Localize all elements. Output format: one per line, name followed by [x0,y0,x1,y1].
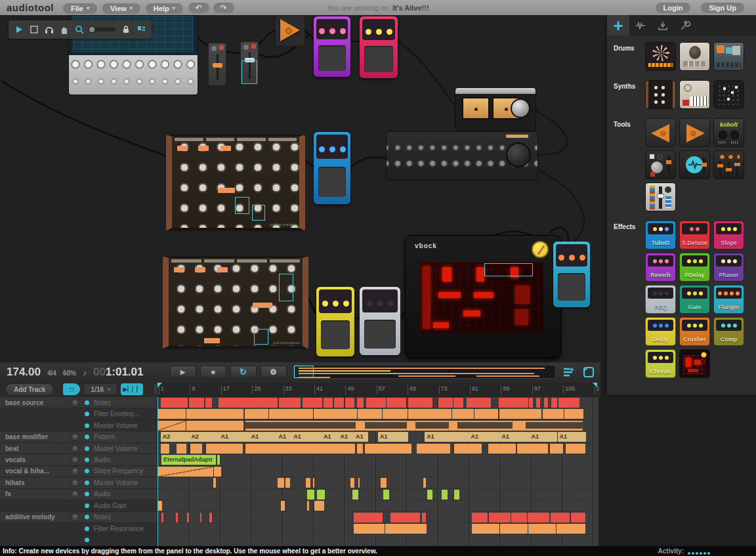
clip-lane[interactable] [158,408,598,419]
clip[interactable] [161,513,163,523]
palette-item-gate[interactable]: Gate [679,285,710,314]
clip[interactable] [472,524,499,534]
clip[interactable] [544,398,548,408]
clip[interactable] [209,513,212,523]
song-overview[interactable] [293,365,556,379]
clip-a1[interactable]: A1 [425,432,469,442]
clip[interactable] [186,409,243,419]
clip[interactable] [474,409,498,419]
clip[interactable] [205,398,213,408]
palette-item-gravity-right[interactable] [679,118,710,147]
delay-pedal[interactable] [316,287,354,356]
track-row[interactable]: beat+Master Volume [0,443,158,454]
clip[interactable] [390,513,420,523]
palette-item-channel-tools[interactable] [645,150,676,179]
track-row[interactable] [0,534,158,545]
clip-a1[interactable]: A1 [219,432,249,442]
clip-lane[interactable] [158,534,598,545]
clip[interactable] [176,513,178,523]
clip[interactable] [415,421,448,431]
clip[interactable] [407,421,415,431]
lock-icon[interactable] [121,25,131,34]
clip[interactable] [217,455,220,465]
clip[interactable] [517,444,547,454]
pulverisateur-synth-1[interactable]: pulverisateur [166,135,305,231]
redo-button[interactable]: ↷ [213,3,234,13]
fader-handle[interactable] [213,63,222,68]
clip[interactable] [417,444,450,454]
clip[interactable] [453,398,463,408]
clip[interactable] [358,409,382,419]
add-lane-button[interactable]: + [71,513,79,521]
tab-settings[interactable] [674,15,696,35]
palette-item-crusher[interactable]: Crusher [679,317,710,346]
clip[interactable] [278,478,284,488]
bpm-value[interactable]: 174.00 [7,366,41,379]
clip[interactable] [279,398,301,408]
clip[interactable] [365,444,411,454]
clip[interactable] [472,513,488,523]
clip[interactable] [489,513,511,523]
zoom-slider[interactable] [90,28,116,32]
zoom-slider-knob[interactable] [88,26,96,33]
clip[interactable] [161,444,169,454]
clip-lane[interactable] [158,466,598,477]
clip[interactable] [387,398,406,408]
clip[interactable] [511,513,527,523]
clip[interactable] [551,513,570,523]
menu-file[interactable]: File▾ [63,3,97,14]
clip[interactable] [158,501,162,511]
clip-lane[interactable] [158,523,598,534]
clip[interactable] [245,421,356,431]
clip[interactable] [454,490,459,500]
snap-icon[interactable] [136,25,146,34]
add-lane-button[interactable]: + [71,479,79,487]
clip[interactable] [206,444,243,454]
clip[interactable] [354,524,385,534]
lane-indicator-dot[interactable] [85,423,89,428]
clip-a2[interactable]: A2 [161,432,190,442]
clip[interactable] [383,490,389,500]
arrange-view-icon[interactable] [562,366,576,378]
menu-view[interactable]: View▾ [102,3,140,14]
track-row[interactable]: hihats+Master Volume [0,477,158,488]
clip[interactable] [303,398,322,408]
master-knob[interactable] [506,142,531,167]
track-row[interactable]: fx+Audio [0,489,158,500]
clip[interactable] [454,444,482,454]
clip[interactable] [281,501,284,511]
clip-a1[interactable]: A1 [291,432,322,442]
track-row[interactable]: Audio Gain [0,500,158,511]
volume-knob[interactable] [511,98,530,118]
tab-import[interactable] [652,15,674,35]
lane-indicator-dot[interactable] [85,469,89,473]
palette-item-red-matrix-fx[interactable] [679,349,710,378]
clip[interactable] [285,478,290,488]
clip[interactable] [356,421,364,431]
add-lane-button[interactable]: + [71,467,79,475]
fader-tool-1[interactable] [208,43,226,86]
lane-indicator-dot[interactable] [85,446,89,451]
lane-indicator-dot[interactable] [85,526,89,531]
clip[interactable] [550,444,563,454]
pulverisateur-synth-2[interactable]: pulverisateur [163,256,308,349]
clip-lane[interactable] [158,489,598,500]
clip[interactable] [571,513,585,523]
palette-item-tonematrix[interactable] [713,80,744,109]
pedal-switch[interactable] [318,45,346,71]
quantize-toggle[interactable]: □ [63,383,80,395]
stop-button[interactable]: ■ [200,366,226,378]
clip[interactable] [200,513,202,523]
clip[interactable] [161,398,188,408]
palette-item-mixer-tools[interactable] [713,150,744,179]
clip[interactable] [245,444,355,454]
clip[interactable] [345,398,354,408]
track-row[interactable]: vocal & hiha...+Slope Frequency [0,466,158,477]
clip[interactable] [314,409,357,419]
clip[interactable] [408,398,433,408]
clip-lane[interactable] [158,443,598,454]
playhead-marker[interactable] [158,383,162,387]
add-lane-button[interactable]: + [71,456,79,464]
lane-indicator-dot[interactable] [85,435,89,439]
clip[interactable] [422,513,427,523]
